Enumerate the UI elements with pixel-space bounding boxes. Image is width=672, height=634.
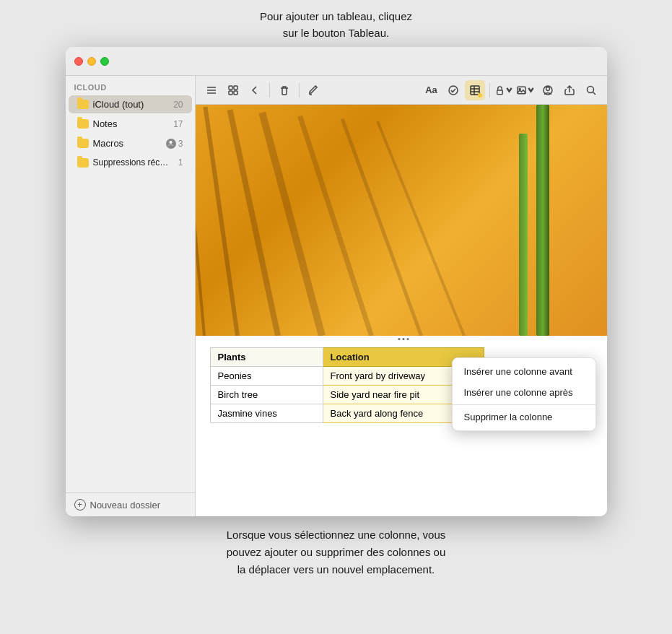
check-circle-icon xyxy=(448,84,459,96)
col-menu-dot xyxy=(406,338,409,340)
chevron-down-small-icon2 xyxy=(525,84,536,96)
svg-line-8 xyxy=(315,86,317,87)
grid-view-button[interactable] xyxy=(223,80,243,100)
table-area: Plants Location xyxy=(196,336,607,430)
svg-rect-12 xyxy=(471,86,479,95)
data-table: Plants Location xyxy=(210,347,484,423)
share-button[interactable] xyxy=(559,80,580,100)
context-menu-separator xyxy=(453,404,595,405)
sidebar-item-label: Notes xyxy=(93,118,174,129)
trash-icon xyxy=(279,84,290,96)
table-button[interactable] xyxy=(465,80,485,100)
folder-icon xyxy=(77,139,89,148)
sidebar-item-count: 3 xyxy=(178,139,183,149)
user-icon xyxy=(167,140,174,147)
photo-area xyxy=(196,105,607,336)
compose-button[interactable] xyxy=(304,80,324,100)
bottom-annotation: Lorsque vous sélectionnez une colonne, v… xyxy=(0,516,672,586)
table-row: Peonies Front yard by driveway xyxy=(210,367,484,386)
maximize-button[interactable] xyxy=(100,57,109,66)
close-button[interactable] xyxy=(74,57,83,66)
sidebar-item-notes[interactable]: Notes 17 xyxy=(69,115,192,133)
context-menu-item-insert-after[interactable]: Insérer une colonne après xyxy=(453,382,595,403)
col-menu-indicator xyxy=(398,338,409,340)
svg-rect-7 xyxy=(234,91,237,95)
top-annotation-line1: Pour ajouter un tableau, cliquez xyxy=(260,10,412,22)
media-button[interactable] xyxy=(516,80,536,100)
folder-icon xyxy=(77,119,89,129)
new-folder-label: Nouveau dossier xyxy=(90,500,161,511)
sidebar-item-macros[interactable]: Macros 3 xyxy=(69,134,192,152)
grid-icon xyxy=(227,84,239,96)
lock-button[interactable] xyxy=(494,80,515,100)
toolbar-separator-3 xyxy=(489,83,490,97)
sidebar: iCloud iCloud (tout) 20 Notes 17 Macros … xyxy=(66,76,196,516)
list-view-button[interactable] xyxy=(201,80,222,100)
cell-plants: Jasmine vines xyxy=(210,404,323,423)
collaborators-button[interactable] xyxy=(538,80,558,100)
search-button[interactable] xyxy=(581,80,601,100)
svg-rect-4 xyxy=(229,86,232,90)
folder-icon xyxy=(77,158,89,168)
col-menu-dot xyxy=(398,338,400,340)
sidebar-section-label: iCloud xyxy=(66,76,195,95)
chevron-down-small-icon xyxy=(504,84,515,96)
bottom-annotation-text: Lorsque vous sélectionnez une colonne, v… xyxy=(227,529,446,576)
delete-button[interactable] xyxy=(274,80,294,100)
table-row: Birch tree Side yard near fire pit xyxy=(210,386,484,404)
shadow-stripe xyxy=(376,121,466,336)
table-row: Jasmine vines Back yard along fence xyxy=(210,404,484,423)
checklist-button[interactable] xyxy=(443,80,463,100)
folder-icon xyxy=(77,100,89,109)
format-text-button[interactable]: Aa xyxy=(422,80,442,100)
cell-plants: Peonies xyxy=(210,367,323,386)
traffic-lights xyxy=(66,57,109,66)
toolbar-separator xyxy=(269,83,270,97)
plant-stem xyxy=(519,134,528,336)
svg-point-11 xyxy=(449,86,458,95)
svg-rect-16 xyxy=(497,90,502,95)
sidebar-item-label: iCloud (tout) xyxy=(93,99,174,110)
new-folder-button[interactable]: + Nouveau dossier xyxy=(66,492,195,516)
svg-rect-5 xyxy=(234,86,237,90)
sidebar-item-suppressions[interactable]: Suppressions réc… 1 xyxy=(69,154,192,171)
sidebar-item-count: 20 xyxy=(173,100,183,110)
toolbar: Aa xyxy=(196,76,607,105)
cell-plants: Birch tree xyxy=(210,386,323,404)
sidebar-item-icloud-all[interactable]: iCloud (tout) 20 xyxy=(69,95,192,113)
svg-line-22 xyxy=(593,92,595,95)
top-annotation: Pour ajouter un tableau, cliquez sur le … xyxy=(0,0,672,47)
right-panel: Aa xyxy=(196,76,607,516)
svg-point-20 xyxy=(546,87,549,90)
shadow-stripe xyxy=(196,106,206,336)
svg-point-0 xyxy=(170,141,173,144)
svg-rect-6 xyxy=(229,91,232,95)
chevron-left-icon xyxy=(249,84,261,96)
sidebar-item-label: Suppressions réc… xyxy=(93,157,178,168)
svg-point-21 xyxy=(587,86,593,92)
col-menu-dot xyxy=(402,338,404,340)
search-icon xyxy=(585,84,597,96)
person-circle-icon xyxy=(542,84,554,96)
list-icon xyxy=(206,84,217,96)
compose-icon xyxy=(308,84,320,96)
context-menu: Insérer une colonne avant Insérer une co… xyxy=(452,357,596,431)
app-window: iCloud iCloud (tout) 20 Notes 17 Macros … xyxy=(66,47,607,516)
note-area: Plants Location xyxy=(196,105,607,516)
plus-icon: + xyxy=(74,499,86,511)
back-button[interactable] xyxy=(245,80,265,100)
sidebar-item-count: 17 xyxy=(173,119,183,129)
plant-stem-main xyxy=(536,105,549,336)
minimize-button[interactable] xyxy=(87,57,96,66)
context-menu-item-insert-before[interactable]: Insérer une colonne avant xyxy=(453,361,595,382)
context-menu-item-delete-col[interactable]: Supprimer la colonne xyxy=(453,407,595,427)
main-content: iCloud iCloud (tout) 20 Notes 17 Macros … xyxy=(66,76,607,516)
toolbar-separator-2 xyxy=(299,83,300,97)
table-icon xyxy=(469,84,481,96)
user-badge-icon xyxy=(166,139,176,149)
sidebar-item-label: Macros xyxy=(93,138,166,149)
share-icon xyxy=(564,84,575,96)
title-bar xyxy=(66,47,607,76)
top-annotation-line2: sur le bouton Tableau. xyxy=(283,27,389,39)
sidebar-item-count: 1 xyxy=(178,157,183,168)
